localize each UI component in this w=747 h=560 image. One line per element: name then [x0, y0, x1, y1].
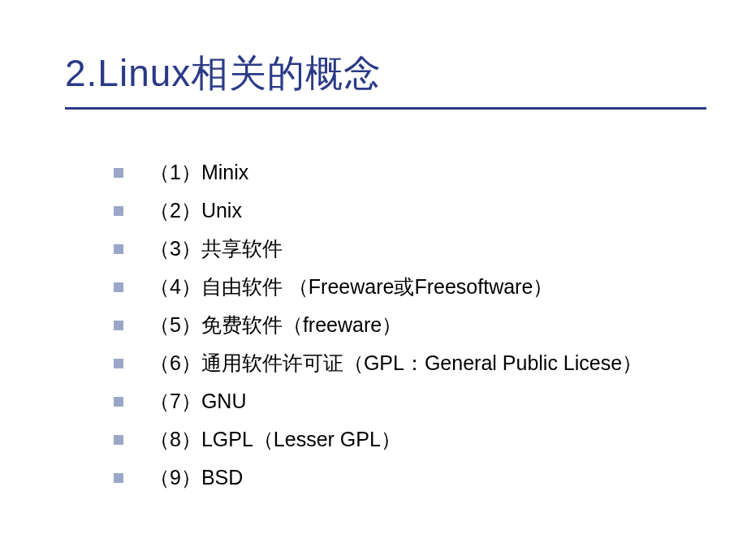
- bullet-list: （1）Minix （2）Unix （3）共享软件 （4）自由软件 （Freewa…: [65, 158, 682, 492]
- title-container: 2.Linux相关的概念: [65, 49, 682, 99]
- item-text: （6）通用软件许可证（GPL：General Public Licese）: [149, 349, 642, 377]
- list-item: （2）Unix: [114, 196, 682, 225]
- item-text: （3）共享软件: [149, 235, 283, 263]
- item-text: （2）Unix: [149, 196, 242, 225]
- title-underline: [65, 107, 706, 110]
- list-item: （7）GNU: [114, 387, 682, 416]
- bullet-icon: [114, 168, 123, 178]
- slide-title: 2.Linux相关的概念: [65, 49, 382, 99]
- list-item: （4）自由软件 （Freeware或Freesoftware）: [114, 273, 682, 301]
- slide-container: 2.Linux相关的概念 （1）Minix （2）Unix （3）共享软件 （4…: [0, 0, 747, 560]
- bullet-icon: [114, 359, 123, 368]
- list-item: （1）Minix: [114, 158, 682, 187]
- bullet-icon: [114, 206, 123, 216]
- item-text: （4）自由软件 （Freeware或Freesoftware）: [149, 273, 553, 301]
- item-text: （8）LGPL（Lesser GPL）: [149, 425, 401, 454]
- bullet-icon: [114, 397, 123, 407]
- list-item: （3）共享软件: [114, 235, 682, 263]
- item-text: （7）GNU: [149, 387, 246, 416]
- list-item: （6）通用软件许可证（GPL：General Public Licese）: [114, 349, 682, 377]
- item-text: （9）BSD: [149, 463, 243, 492]
- item-text: （1）Minix: [149, 158, 248, 187]
- bullet-icon: [114, 435, 123, 445]
- bullet-icon: [114, 321, 123, 330]
- list-item: （8）LGPL（Lesser GPL）: [114, 425, 682, 454]
- bullet-icon: [114, 282, 123, 292]
- bullet-icon: [114, 244, 123, 254]
- item-text: （5）免费软件（freeware）: [149, 311, 402, 339]
- list-item: （5）免费软件（freeware）: [114, 311, 682, 339]
- list-item: （9）BSD: [114, 463, 682, 492]
- bullet-icon: [114, 473, 123, 483]
